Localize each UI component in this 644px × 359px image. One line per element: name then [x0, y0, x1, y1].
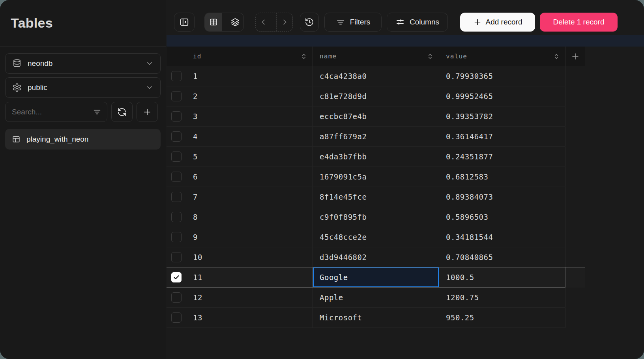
search-input[interactable] [12, 108, 90, 116]
cell-id[interactable]: 6 [186, 167, 313, 187]
table-row[interactable]: 2 c81e728d9d 0.99952465 [167, 86, 585, 107]
table-row[interactable]: 11 Google 1000.5 [167, 267, 585, 288]
layers-view-button[interactable] [227, 13, 243, 31]
cell-value[interactable]: 0.24351877 [439, 147, 565, 167]
row-checkbox[interactable] [171, 71, 182, 81]
row-select-cell[interactable] [167, 86, 186, 107]
cell-name[interactable]: Google [313, 267, 439, 288]
cell-value[interactable]: 0.39353782 [439, 107, 565, 127]
cell-value[interactable]: 0.99952465 [439, 86, 565, 107]
row-checkbox[interactable] [171, 312, 182, 323]
cell-name[interactable]: eccbc87e4b [313, 107, 439, 127]
cell-value[interactable]: 0.89384073 [439, 187, 565, 207]
sidebar-item-playing-with-neon[interactable]: playing_with_neon [5, 129, 161, 150]
search-box[interactable] [5, 102, 107, 122]
row-checkbox[interactable] [171, 131, 182, 142]
row-select-cell[interactable] [167, 127, 186, 147]
cell-value[interactable]: 1200.75 [439, 288, 565, 308]
cell-name[interactable]: a87ff679a2 [313, 127, 439, 147]
sort-icon[interactable] [300, 52, 308, 60]
row-select-cell[interactable] [167, 107, 186, 127]
row-checkbox[interactable] [171, 212, 182, 222]
column-header-value[interactable]: value [439, 47, 565, 66]
cell-name[interactable]: c9f0f895fb [313, 207, 439, 227]
cell-name[interactable]: 45c48cce2e [313, 227, 439, 247]
cell-id[interactable]: 4 [186, 127, 313, 147]
cell-value[interactable]: 0.36146417 [439, 127, 565, 147]
cell-id[interactable]: 9 [186, 227, 313, 247]
column-header-id[interactable]: id [186, 47, 313, 66]
row-select-cell[interactable] [167, 167, 186, 187]
row-select-cell[interactable] [167, 66, 186, 86]
table-row[interactable]: 10 d3d9446802 0.70840865 [167, 247, 585, 267]
row-checkbox[interactable] [171, 91, 182, 101]
sort-icon[interactable] [552, 52, 560, 60]
row-checkbox[interactable] [171, 151, 182, 162]
cell-id[interactable]: 8 [186, 207, 313, 227]
row-select-cell[interactable] [167, 288, 186, 308]
row-select-cell[interactable] [167, 147, 186, 167]
cell-value[interactable]: 0.70840865 [439, 247, 565, 267]
row-select-cell[interactable] [167, 207, 186, 227]
table-row[interactable]: 3 eccbc87e4b 0.39353782 [167, 107, 585, 127]
collapse-sidebar-button[interactable] [174, 13, 195, 32]
cell-name[interactable]: Apple [313, 288, 439, 308]
cell-name[interactable]: d3d9446802 [313, 247, 439, 267]
cell-name[interactable]: e4da3b7fbb [313, 147, 439, 167]
table-row[interactable]: 7 8f14e45fce 0.89384073 [167, 187, 585, 207]
database-select[interactable]: neondb [5, 53, 161, 74]
history-button[interactable] [300, 13, 319, 32]
cell-id[interactable]: 13 [186, 308, 313, 328]
add-column-button[interactable] [565, 47, 585, 66]
table-view-button[interactable] [205, 13, 222, 31]
table-row[interactable]: 1 c4ca4238a0 0.79930365 [167, 66, 585, 86]
row-select-cell[interactable] [167, 308, 186, 328]
row-select-cell[interactable] [167, 227, 186, 247]
next-page-button[interactable] [276, 13, 292, 31]
row-select-cell[interactable] [167, 267, 186, 288]
previous-page-button[interactable] [256, 13, 271, 31]
cell-value[interactable]: 0.5896503 [439, 207, 565, 227]
cell-id[interactable]: 7 [186, 187, 313, 207]
row-checkbox[interactable] [171, 272, 182, 282]
cell-name[interactable]: c81e728d9d [313, 86, 439, 107]
cell-id[interactable]: 3 [186, 107, 313, 127]
schema-select[interactable]: public [5, 77, 161, 98]
row-checkbox[interactable] [171, 192, 182, 202]
row-checkbox[interactable] [171, 252, 182, 262]
add-table-button[interactable] [137, 102, 158, 122]
table-row[interactable]: 12 Apple 1200.75 [167, 288, 585, 308]
cell-id[interactable]: 2 [186, 86, 313, 107]
cell-value[interactable]: 950.25 [439, 308, 565, 328]
row-checkbox[interactable] [171, 232, 182, 242]
select-all-cell[interactable] [167, 47, 186, 66]
cell-id[interactable]: 12 [186, 288, 313, 308]
filters-button[interactable]: Filters [324, 13, 382, 32]
cell-value[interactable]: 0.79930365 [439, 66, 565, 86]
cell-name[interactable]: Microsoft [313, 308, 439, 328]
cell-id[interactable]: 11 [186, 267, 313, 288]
sort-icon[interactable] [426, 52, 434, 60]
cell-value[interactable]: 0.6812583 [439, 167, 565, 187]
table-row[interactable]: 6 1679091c5a 0.6812583 [167, 167, 585, 187]
row-select-cell[interactable] [167, 187, 186, 207]
cell-value[interactable]: 0.34181544 [439, 227, 565, 247]
table-row[interactable]: 5 e4da3b7fbb 0.24351877 [167, 147, 585, 167]
table-row[interactable]: 9 45c48cce2e 0.34181544 [167, 227, 585, 247]
row-checkbox[interactable] [171, 111, 182, 122]
column-header-name[interactable]: name [313, 47, 439, 66]
cell-value[interactable]: 1000.5 [439, 267, 565, 288]
refresh-button[interactable] [111, 102, 133, 122]
table-row[interactable]: 4 a87ff679a2 0.36146417 [167, 127, 585, 147]
delete-record-button[interactable]: Delete 1 record [540, 13, 618, 32]
cell-name[interactable]: 1679091c5a [313, 167, 439, 187]
row-select-cell[interactable] [167, 247, 186, 267]
add-record-button[interactable]: Add record [460, 13, 535, 32]
cell-id[interactable]: 10 [186, 247, 313, 267]
cell-name[interactable]: 8f14e45fce [313, 187, 439, 207]
row-checkbox[interactable] [171, 172, 182, 182]
cell-name[interactable]: c4ca4238a0 [313, 66, 439, 86]
table-row[interactable]: 8 c9f0f895fb 0.5896503 [167, 207, 585, 227]
cell-id[interactable]: 1 [186, 66, 313, 86]
table-row[interactable]: 13 Microsoft 950.25 [167, 308, 585, 328]
